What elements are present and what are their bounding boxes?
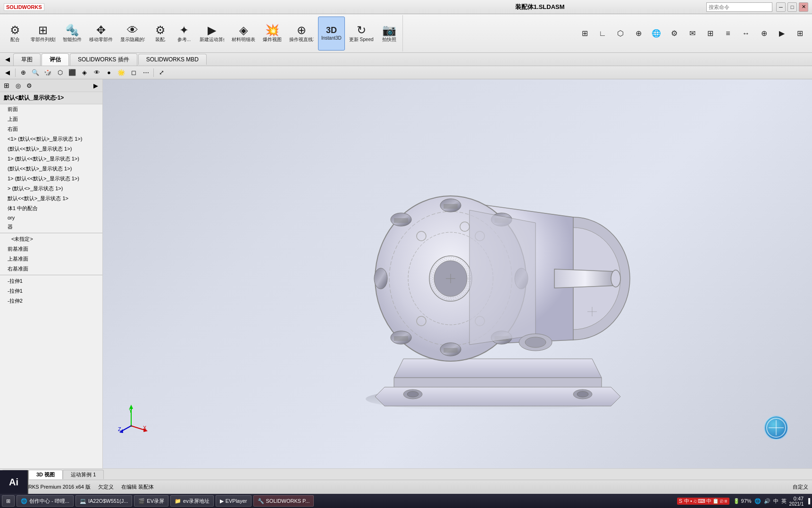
- tab-solidworks-plugin[interactable]: SOLIDWORKS 插件: [70, 53, 137, 66]
- panel-toggle-icon[interactable]: ◀: [2, 68, 13, 78]
- ime-en[interactable]: 英: [781, 498, 787, 505]
- sidebar-item-unspecified[interactable]: <未指定>: [0, 234, 102, 244]
- taskbar: ⊞ 🌐 创作中心 - 哔哩... 💻 IA22O$W551(J... 🎬 EV录…: [0, 494, 812, 508]
- sidebar-item-top[interactable]: 上面: [0, 114, 102, 124]
- sidebar-item-part1[interactable]: <1> (默认<<默认>_显示状态 1>): [0, 134, 102, 144]
- sidebar-tab-feature[interactable]: ⊞: [1, 80, 12, 91]
- toolbar-btn-new-motion[interactable]: ▶ 新建运动算例: [196, 17, 227, 51]
- taskbar-btn-evrecord[interactable]: 🎬 EV录屏: [134, 495, 168, 507]
- tab-solidworks-mbd[interactable]: SOLIDWORKS MBD: [138, 54, 207, 65]
- taskbar-btn-ia22[interactable]: 💻 IA22O$W551(J...: [75, 495, 132, 507]
- toolbar-btn-instant3d[interactable]: 3D Instant3D: [318, 17, 345, 51]
- sidebar-item-ory[interactable]: ory: [0, 213, 102, 222]
- sidebar-item-extrude1b[interactable]: -拉伸1: [0, 286, 102, 296]
- toolbar-right-btn11[interactable]: ⊕: [755, 25, 772, 42]
- sidebar-item-front-plane[interactable]: 前基准面: [0, 244, 102, 254]
- sidebar-item-part6[interactable]: > (默认<>_显示状态 1>): [0, 184, 102, 194]
- bottom-tab-motion[interactable]: 运动算例 1: [63, 470, 104, 479]
- toolbar-btn-move-part[interactable]: ✥ 移动零部件: [86, 17, 116, 51]
- toolbar-btn-update[interactable]: ↻ 更新 Speedpak: [346, 17, 377, 51]
- sidebar-item-right[interactable]: 右面: [0, 124, 102, 134]
- view-setting-icon[interactable]: ◈: [79, 68, 90, 78]
- toolbar-right-btn4[interactable]: ⊕: [630, 25, 647, 42]
- ime-s-icon[interactable]: S: [679, 498, 682, 504]
- reference-icon: ✦: [179, 25, 189, 36]
- tab-sketch[interactable]: 草图: [13, 53, 41, 66]
- toolbar-right-btn2[interactable]: ∟: [594, 25, 611, 42]
- toolbar-btn-snapshot[interactable]: 📷 拍快照: [378, 17, 401, 51]
- toolbar-right-btn8[interactable]: ⊞: [702, 25, 719, 42]
- toolbar-btn-explode[interactable]: 💥 爆炸视图: [260, 17, 285, 51]
- toolbar-btn-material[interactable]: ◈ 材料明细表: [228, 17, 259, 51]
- sidebar-item-part7[interactable]: 默认<<默认>_显示状态 1>: [0, 194, 102, 203]
- taskbar-btn-browser[interactable]: 🌐 创作中心 - 哔哩...: [17, 495, 74, 507]
- toolbar-right-btn7[interactable]: ✉: [684, 25, 701, 42]
- toolbar-btn-smart-fastener[interactable]: 🔩 智能扣件: [59, 17, 85, 51]
- toolbar-right-btn9[interactable]: ≡: [720, 25, 737, 42]
- scene-icon[interactable]: 🌟: [116, 68, 127, 78]
- sidebar-item-top-plane[interactable]: 上基准面: [0, 254, 102, 264]
- evrecord-icon: 🎬: [138, 498, 145, 504]
- toolbar-btn-show-hide[interactable]: 👁 显示隐藏的零部件: [117, 17, 148, 51]
- taskbar-btn-evurl[interactable]: 📁 ev录屏地址: [170, 495, 214, 507]
- section-view-icon[interactable]: ⬛: [67, 68, 78, 78]
- zoom-to-fit-icon[interactable]: ⊕: [17, 68, 29, 78]
- ime-zhong[interactable]: 中: [684, 498, 689, 505]
- close-button[interactable]: ✕: [799, 2, 808, 12]
- status-customize[interactable]: 自定义: [793, 483, 808, 491]
- toolbar-btn-operate-view[interactable]: ⊕ 操作视直线草图: [286, 17, 317, 51]
- show-desktop-icon[interactable]: ▐: [806, 498, 810, 504]
- zoom-in-icon[interactable]: 🔍: [30, 68, 41, 78]
- toolbar-right-btn13[interactable]: ⊞: [791, 25, 808, 42]
- hide-show-icon[interactable]: 👁: [91, 68, 102, 78]
- ime-clear-icon[interactable]: ⎚: [720, 498, 723, 504]
- taskbar-btn-solidworks[interactable]: 🔧 SOLIDWORKS P...: [253, 495, 314, 507]
- sidebar-item-extrude1a[interactable]: -拉伸1: [0, 276, 102, 286]
- ime-music-icon[interactable]: ♫: [693, 498, 697, 504]
- display-style-icon[interactable]: ⬡: [54, 68, 66, 78]
- toolbar-right-btn3[interactable]: ⬡: [612, 25, 629, 42]
- taskbar-btn-evplayer[interactable]: ▶ EVPlayer: [216, 495, 251, 507]
- toolbar-right-btn5[interactable]: 🌐: [648, 25, 665, 42]
- ime-clipboard-icon[interactable]: 📋: [712, 498, 719, 504]
- more-icon[interactable]: ⋯: [140, 68, 151, 78]
- bottom-tab-3dview[interactable]: 3D 视图: [28, 470, 63, 479]
- toolbar-btn-parts-array[interactable]: ⊞ 零部件列线性零部件阵列: [27, 17, 59, 51]
- sidebar-tab-mate[interactable]: ◎: [12, 80, 24, 91]
- toolbar-right-btn6[interactable]: ⚙: [666, 25, 683, 42]
- svg-point-31: [525, 337, 546, 347]
- sidebar-item-part2[interactable]: (默认<<默认>_显示状态 1>): [0, 144, 102, 154]
- start-button[interactable]: ⊞: [2, 495, 15, 507]
- sidebar-tab-config[interactable]: ⚙: [24, 80, 35, 91]
- toolbar-btn-reference[interactable]: ✦ 参考...: [173, 17, 195, 51]
- search-input[interactable]: [706, 2, 772, 12]
- view-orientation-icon[interactable]: 🎲: [42, 68, 53, 78]
- rotation-indicator[interactable]: [764, 415, 788, 440]
- tab-nav-left[interactable]: ◀: [2, 54, 13, 65]
- tab-evaluate[interactable]: 评估: [42, 53, 69, 66]
- ime-keyboard-icon[interactable]: ⌨: [698, 498, 705, 504]
- toolbar-btn-assemble[interactable]: ⚙ 配合: [4, 17, 26, 51]
- sidebar-item-front[interactable]: 前面: [0, 104, 102, 114]
- ime-zhong2[interactable]: 中: [706, 498, 712, 505]
- sidebar-item-part3[interactable]: 1> (默认<<默认>_显示状态 1>): [0, 154, 102, 164]
- sidebar-divider2: [0, 275, 102, 275]
- sidebar-item-right-plane[interactable]: 右基准面: [0, 264, 102, 274]
- sidebar-item-sensor[interactable]: 器: [0, 222, 102, 232]
- sidebar-item-part5[interactable]: 1> (默认<<默认>_显示状态 1>): [0, 174, 102, 184]
- realview-icon[interactable]: ◻: [128, 68, 139, 78]
- expand-icon[interactable]: ⤢: [156, 68, 167, 78]
- input-method[interactable]: 中: [773, 498, 779, 505]
- minimize-button[interactable]: ─: [776, 2, 786, 12]
- toolbar-btn-assemble2[interactable]: ⚙ 装配.: [149, 17, 172, 51]
- toolbar-right-btn12[interactable]: ▶: [773, 25, 790, 42]
- maximize-button[interactable]: □: [787, 2, 797, 12]
- toolbar-right-btn10[interactable]: ↔: [737, 25, 754, 42]
- sidebar-expand-icon[interactable]: ▶: [90, 80, 101, 91]
- sidebar-item-part4[interactable]: (默认<<默认>_显示状态 1>): [0, 164, 102, 174]
- toolbar-right-btn1[interactable]: ⊞: [576, 25, 593, 42]
- sidebar-item-mates[interactable]: 体1 中的配合: [0, 203, 102, 213]
- appearance-icon[interactable]: ●: [103, 68, 115, 78]
- ime-menu-icon[interactable]: ≡: [724, 498, 727, 504]
- sidebar-item-extrude2[interactable]: -拉伸2: [0, 296, 102, 306]
